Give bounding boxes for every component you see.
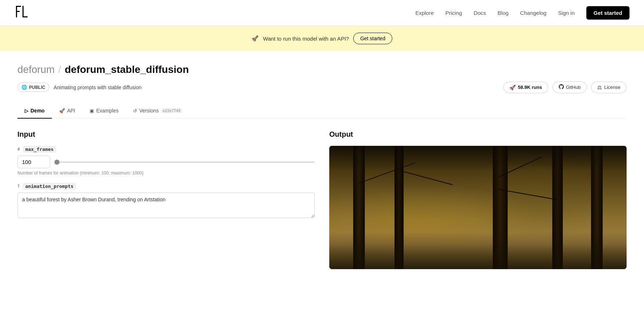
license-button[interactable]: ⚖ License: [591, 82, 627, 93]
banner-get-started-button[interactable]: Get started: [353, 33, 392, 44]
nav-explore[interactable]: Explore: [415, 10, 434, 16]
nav-links: Explore Pricing Docs Blog Changelog Sign…: [415, 6, 629, 20]
license-label: License: [604, 85, 620, 90]
animation-prompts-group: T animation_prompts a beautiful forest b…: [17, 183, 315, 219]
github-label: GitHub: [566, 85, 581, 90]
svg-rect-2: [16, 11, 20, 12]
nav-changelog[interactable]: Changelog: [520, 10, 546, 16]
output-title: Output: [329, 130, 627, 139]
nav-get-started-button[interactable]: Get started: [586, 6, 629, 20]
visibility-badge: 🌐 PUBLIC: [17, 83, 49, 92]
max-frames-slider-row: [17, 156, 315, 168]
max-frames-slider[interactable]: [54, 161, 315, 163]
github-icon: [559, 84, 564, 90]
model-name: deforum_stable_diffusion: [65, 64, 189, 75]
nav-signin[interactable]: Sign in: [558, 10, 575, 16]
model-namespace[interactable]: deforum: [17, 64, 55, 75]
animation-prompts-name: animation_prompts: [23, 183, 76, 190]
model-slash: /: [58, 64, 61, 75]
max-frames-name: max_frames: [23, 146, 56, 153]
demo-layout: Input # max_frames Number of frames for …: [17, 119, 627, 281]
main-content: deforum / deforum_stable_diffusion 🌐 PUB…: [0, 51, 644, 281]
version-badge: e22e7749: [161, 108, 182, 113]
animation-prompts-textarea[interactable]: a beautiful forest by Asher Brown Durand…: [17, 193, 315, 218]
nav-blog[interactable]: Blog: [498, 10, 508, 16]
tab-api-label: API: [67, 108, 75, 114]
max-frames-group: # max_frames Number of frames for animat…: [17, 146, 315, 176]
api-banner: 🚀 Want to run this model with an API? Ge…: [0, 26, 644, 51]
tab-examples[interactable]: ▣ Examples: [82, 103, 125, 119]
examples-icon: ▣: [90, 108, 94, 114]
tab-versions-label: Versions: [139, 108, 159, 114]
max-frames-input[interactable]: [17, 156, 50, 168]
visibility-label: PUBLIC: [29, 85, 45, 90]
globe-icon: 🌐: [21, 85, 27, 90]
sky-overlay: [329, 146, 627, 170]
logo[interactable]: [15, 4, 29, 21]
tab-demo-label: Demo: [30, 108, 45, 114]
banner-emoji: 🚀: [252, 35, 259, 42]
nav-pricing[interactable]: Pricing: [445, 10, 462, 16]
model-meta-row: 🌐 PUBLIC Animating prompts with stable d…: [17, 81, 627, 93]
tab-versions[interactable]: ↺ Versions e22e7749: [126, 103, 190, 119]
versions-icon: ↺: [133, 108, 137, 114]
api-icon: 🚀: [59, 108, 65, 114]
tab-demo[interactable]: ▷ Demo: [17, 103, 52, 119]
navbar: Explore Pricing Docs Blog Changelog Sign…: [0, 0, 644, 26]
model-meta-left: 🌐 PUBLIC Animating prompts with stable d…: [17, 83, 141, 92]
forest-visualization: [329, 146, 627, 269]
animation-prompts-type: T: [17, 184, 20, 189]
model-title: deforum / deforum_stable_diffusion: [17, 64, 627, 75]
max-frames-label-row: # max_frames: [17, 146, 315, 153]
svg-rect-4: [22, 16, 28, 17]
license-icon: ⚖: [597, 85, 602, 90]
rocket-icon: 🚀: [509, 85, 516, 90]
max-frames-type: #: [17, 147, 20, 152]
ground-overlay: [329, 232, 627, 269]
max-frames-hint: Number of frames for animation (minimum:…: [17, 170, 315, 176]
animation-prompts-label-row: T animation_prompts: [17, 183, 315, 190]
github-button[interactable]: GitHub: [553, 81, 587, 93]
input-title: Input: [17, 130, 315, 139]
tabs: ▷ Demo 🚀 API ▣ Examples ↺ Versions e22e7…: [17, 103, 627, 119]
input-panel: Input # max_frames Number of frames for …: [17, 130, 315, 269]
model-description: Animating prompts with stable diffusion: [54, 85, 142, 90]
tab-examples-label: Examples: [96, 108, 118, 114]
branch-2: [401, 170, 453, 185]
svg-rect-3: [22, 6, 24, 17]
runs-count: 58.9K runs: [518, 85, 542, 90]
output-panel: Output: [329, 130, 627, 269]
tab-api[interactable]: 🚀 API: [52, 103, 83, 119]
model-meta-right: 🚀 58.9K runs GitHub ⚖ License: [503, 81, 627, 93]
play-icon: ▷: [25, 108, 28, 114]
output-image: [329, 146, 627, 269]
runs-button[interactable]: 🚀 58.9K runs: [503, 82, 548, 93]
banner-text: Want to run this model with an API?: [263, 36, 349, 42]
nav-docs[interactable]: Docs: [474, 10, 486, 16]
